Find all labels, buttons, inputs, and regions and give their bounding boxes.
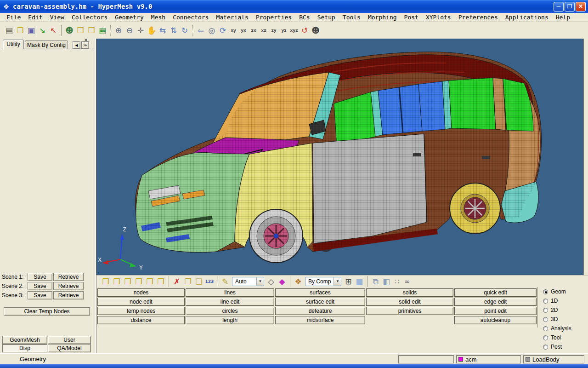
menu-applications[interactable]: Applications xyxy=(502,14,552,21)
menu-mesh[interactable]: Mesh xyxy=(147,14,169,21)
previous-view-icon[interactable]: ⇐ xyxy=(195,24,206,36)
restore-button[interactable]: ❐ xyxy=(565,2,575,12)
menu-edit[interactable]: Edit xyxy=(24,14,46,21)
import-icon[interactable]: ↘ xyxy=(37,24,48,36)
color-by-icon[interactable]: ❖ xyxy=(293,276,304,288)
menu-tools[interactable]: Tools xyxy=(339,14,364,21)
view-xy-icon[interactable]: xy xyxy=(228,24,238,36)
color-mode-dropdown[interactable]: By Comp ▼ xyxy=(305,277,341,286)
minimize-button[interactable]: ─ xyxy=(554,2,564,12)
export-solver-deck-icon[interactable]: ▤ xyxy=(97,24,108,36)
new-file-icon[interactable]: ▤ xyxy=(4,24,15,36)
delete-entities-icon[interactable]: ✗ xyxy=(171,276,182,288)
rotate-view-icon[interactable]: ↻ xyxy=(179,24,190,36)
radio-1d[interactable]: 1D xyxy=(543,297,558,305)
clear-temp-nodes-button[interactable]: Clear Temp Nodes xyxy=(4,307,90,316)
line-edit-button[interactable]: line edit xyxy=(186,298,274,306)
refresh-view-icon[interactable]: ⟳ xyxy=(217,24,228,36)
geometry-shaded-icon[interactable]: ■ xyxy=(354,276,365,288)
tab-scroll-left-icon[interactable]: ◀ xyxy=(73,41,80,49)
element-shaded-icon[interactable]: ◆ xyxy=(277,276,288,288)
multi-window-icon[interactable]: ∷ xyxy=(392,276,402,288)
qa-model-button[interactable]: QA/Model xyxy=(48,344,91,352)
close-button[interactable]: ✕ xyxy=(576,2,586,12)
scene2-retrieve-button[interactable]: Retrieve xyxy=(53,282,84,290)
temp-nodes-button[interactable]: temp nodes xyxy=(97,307,185,315)
menu-bcs[interactable]: BCs xyxy=(295,14,313,21)
user-button[interactable]: User xyxy=(48,336,91,344)
edge-edit-button[interactable]: edge edit xyxy=(454,298,537,306)
menu-connectors[interactable]: Connectors xyxy=(169,14,212,21)
chevron-down-icon[interactable]: ▼ xyxy=(256,277,264,286)
solid-faces-icon[interactable]: ◧ xyxy=(381,276,392,288)
pan-view-icon[interactable]: ✋ xyxy=(146,24,157,36)
surfaces-button[interactable]: surfaces xyxy=(275,288,365,297)
view-yx-icon[interactable]: yx xyxy=(238,24,249,36)
element-wireframe-icon[interactable]: ◇ xyxy=(266,276,277,288)
import-solver-deck-icon[interactable]: ❒ xyxy=(86,24,97,36)
organize-icon[interactable]: ❐ xyxy=(182,276,193,288)
chevron-down-icon[interactable]: ▼ xyxy=(334,277,341,286)
translate-view-icon[interactable]: ✛ xyxy=(135,24,146,36)
tab-mask-by-config[interactable]: Mask By Config xyxy=(25,40,68,49)
menu-xyplots[interactable]: XYPlots xyxy=(422,14,455,21)
current-loadcol-field[interactable]: LoadBody xyxy=(523,355,584,363)
zoom-in-icon[interactable]: ⊕ xyxy=(113,24,124,36)
overlay-icon[interactable]: ⧉ xyxy=(370,276,381,288)
geom-mesh-button[interactable]: Geom/Mesh xyxy=(2,336,47,344)
open-file-icon[interactable]: ❒ xyxy=(15,24,26,36)
radio-geom[interactable]: Geom xyxy=(543,288,566,295)
radio-2d[interactable]: 2D xyxy=(543,306,558,314)
distance-button[interactable]: distance xyxy=(97,316,185,324)
geometry-wireframe-icon[interactable]: ⊞ xyxy=(343,276,354,288)
point-edit-button[interactable]: point edit xyxy=(454,307,537,315)
menu-setup[interactable]: Setup xyxy=(314,14,339,21)
menu-morphing[interactable]: Morphing xyxy=(364,14,401,21)
surface-edit-button[interactable]: surface edit xyxy=(275,298,365,306)
menu-preferences[interactable]: Preferences xyxy=(455,14,502,21)
node-edit-button[interactable]: node edit xyxy=(97,298,185,306)
radio-3d[interactable]: 3D xyxy=(543,316,558,323)
solid-edit-button[interactable]: solid edit xyxy=(366,298,453,306)
mask-panel-icon[interactable]: ☻ xyxy=(310,24,321,36)
scene1-save-button[interactable]: Save xyxy=(28,273,52,281)
mask-pencil-icon[interactable]: ✎ xyxy=(220,276,231,288)
circles-button[interactable]: circles xyxy=(186,307,274,315)
open-session-icon[interactable]: ❒ xyxy=(75,24,86,36)
view-zy-icon[interactable]: zy xyxy=(269,24,279,36)
view-zx-icon[interactable]: zx xyxy=(249,24,259,36)
delete-collector-icon[interactable]: ❒ xyxy=(133,276,144,288)
swap-view-icon[interactable]: ⇆ xyxy=(157,24,168,36)
menu-post[interactable]: Post xyxy=(401,14,422,21)
cycle-view-icon[interactable]: ⇅ xyxy=(168,24,179,36)
tab-scroll-right-icon[interactable]: ≫ xyxy=(81,41,89,49)
disp-button[interactable]: Disp xyxy=(2,344,47,352)
components-collector-icon[interactable]: ❒ xyxy=(100,276,111,288)
radio-post[interactable]: Post xyxy=(543,343,562,351)
view-xz-icon[interactable]: xz xyxy=(259,24,269,36)
save-file-icon[interactable]: ▣ xyxy=(26,24,37,36)
menu-properties[interactable]: Properties xyxy=(252,14,295,21)
graphics-viewport[interactable]: Z X Y xyxy=(96,39,583,275)
length-button[interactable]: length xyxy=(186,316,274,324)
radio-analysis[interactable]: Analysis xyxy=(543,325,571,332)
primitives-button[interactable]: primitives xyxy=(366,307,453,315)
materials-collector-icon[interactable]: ❒ xyxy=(111,276,122,288)
lines-button[interactable]: lines xyxy=(186,288,274,297)
menu-collectors[interactable]: Collectors xyxy=(68,14,111,21)
scene2-save-button[interactable]: Save xyxy=(28,282,52,290)
midsurface-button[interactable]: midsurface xyxy=(275,316,365,324)
menu-help[interactable]: Help xyxy=(552,14,574,21)
quick-edit-button[interactable]: quick edit xyxy=(454,288,537,297)
scene3-retrieve-button[interactable]: Retrieve xyxy=(53,291,84,299)
system-collector-icon[interactable]: ❒ xyxy=(155,276,166,288)
view-iso-icon[interactable]: xyz xyxy=(289,24,299,36)
menu-file[interactable]: File xyxy=(3,14,24,21)
menu-materials[interactable]: Materials xyxy=(212,14,252,21)
mask-mode-dropdown[interactable]: Auto ▼ xyxy=(232,277,264,286)
autocleanup-button[interactable]: autocleanup xyxy=(454,316,537,324)
reverse-view-icon[interactable]: ↺ xyxy=(299,24,310,36)
renumber-icon[interactable]: 123 xyxy=(204,276,215,288)
scene1-retrieve-button[interactable]: Retrieve xyxy=(53,273,84,281)
radio-tool[interactable]: Tool xyxy=(543,334,561,341)
